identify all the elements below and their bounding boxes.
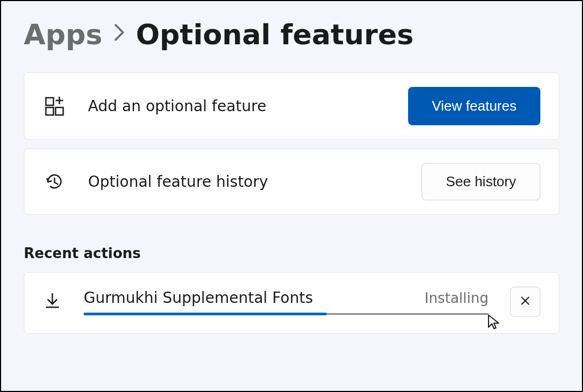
svg-rect-0 (46, 98, 53, 105)
recent-actions-heading: Recent actions (24, 245, 559, 261)
apps-add-icon (43, 96, 66, 117)
breadcrumb-parent[interactable]: Apps (24, 18, 103, 51)
feature-history-label: Optional feature history (88, 173, 400, 191)
close-icon (520, 294, 531, 309)
page-title: Optional features (136, 18, 414, 51)
view-features-button[interactable]: View features (408, 87, 540, 125)
svg-rect-1 (46, 107, 53, 115)
cursor-icon (486, 314, 501, 332)
add-feature-card: Add an optional feature View features (24, 72, 559, 140)
feature-history-card: Optional feature history See history (24, 148, 559, 215)
recent-action-row: Gurmukhi Supplemental Fonts Installing (24, 272, 559, 334)
chevron-right-icon (113, 23, 125, 46)
action-title: Gurmukhi Supplemental Fonts (84, 289, 313, 307)
progress-bar (84, 313, 489, 315)
add-feature-label: Add an optional feature (88, 97, 387, 115)
svg-rect-2 (56, 107, 63, 115)
history-icon (43, 171, 66, 193)
download-icon (43, 291, 62, 313)
progress-fill (84, 313, 327, 315)
breadcrumb: Apps Optional features (24, 18, 559, 51)
cancel-action-button[interactable] (510, 287, 540, 317)
action-status: Installing (425, 290, 489, 306)
see-history-button[interactable]: See history (422, 163, 540, 200)
